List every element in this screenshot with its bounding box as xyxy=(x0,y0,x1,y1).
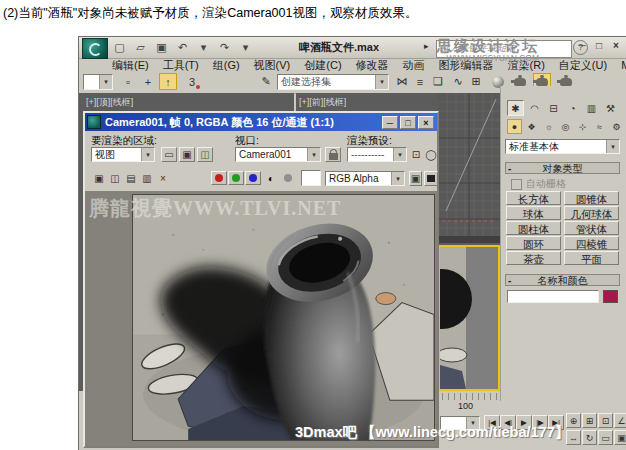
keyboard-override-icon[interactable]: ✎ xyxy=(257,73,275,90)
search-flyout-icon[interactable]: ▸ xyxy=(424,41,429,51)
alpha-channel-toggle[interactable] xyxy=(280,171,296,185)
layer-manager-icon[interactable]: ❏ xyxy=(429,73,447,90)
viewport-front[interactable]: [+][前][线框] xyxy=(296,93,438,111)
new-file-icon[interactable]: ▢ xyxy=(111,39,128,55)
tab-utilities-icon[interactable]: ⚒ xyxy=(602,100,619,116)
tab-modify-icon[interactable]: ◠ xyxy=(526,100,543,116)
teapot-button[interactable]: 茶壶 xyxy=(506,251,561,265)
blue-channel-toggle[interactable] xyxy=(245,171,261,185)
area-to-render-dropdown[interactable]: 视图 ▾ xyxy=(91,147,155,162)
render-preset-dropdown[interactable]: ---------- ▾ xyxy=(347,147,407,162)
schematic-view-icon[interactable]: ⊞ xyxy=(467,73,485,90)
color-toggle-icon[interactable] xyxy=(424,171,438,186)
close-button[interactable]: × xyxy=(418,116,434,129)
print-image-icon[interactable]: ▥ xyxy=(139,171,155,186)
clear-image-icon[interactable]: × xyxy=(155,171,171,186)
lock-viewport-icon[interactable] xyxy=(325,147,341,162)
maximize-button[interactable]: □ xyxy=(593,39,605,53)
clone-window-icon[interactable]: ▤ xyxy=(123,171,139,186)
maximize-viewport-icon[interactable]: ▣ xyxy=(614,430,626,445)
tab-create-icon[interactable]: ✱ xyxy=(507,100,524,116)
category-cameras-icon[interactable]: ◎ xyxy=(558,119,573,134)
category-shapes-icon[interactable]: ❖ xyxy=(524,119,539,134)
viewport-top[interactable]: [+][顶][线框] xyxy=(83,93,294,111)
zoom-extents-icon[interactable]: ⊡ xyxy=(598,413,613,428)
tab-hierarchy-icon[interactable]: ⊟ xyxy=(545,100,562,116)
tab-motion-icon[interactable]: ◔ xyxy=(564,100,581,116)
save-image-icon[interactable]: ▣ xyxy=(91,171,107,186)
open-file-icon[interactable]: ▱ xyxy=(132,39,149,55)
render-setup-icon[interactable]: ⊡ xyxy=(409,147,423,162)
menu-tools[interactable]: 工具(T) xyxy=(156,58,206,72)
category-geometry-icon[interactable]: ● xyxy=(507,119,522,134)
autogrid-checkbox[interactable] xyxy=(511,179,522,190)
viewport-column[interactable] xyxy=(438,93,500,391)
tube-button[interactable]: 管状体 xyxy=(564,221,619,235)
sphere-button[interactable]: 球体 xyxy=(506,206,561,220)
background-color-swatch[interactable] xyxy=(301,170,321,186)
viewport-top-label[interactable]: [+][顶][线框] xyxy=(86,96,133,109)
max-logo-icon[interactable] xyxy=(82,38,108,59)
menu-customize[interactable]: 自定义(U) xyxy=(552,58,614,72)
cone-button[interactable]: 圆锥体 xyxy=(564,191,619,205)
region-zoom-icon[interactable]: ▭ xyxy=(598,430,613,445)
viewport-dropdown[interactable]: Camera001 ▾ xyxy=(235,147,321,162)
pyramid-button[interactable]: 四棱锥 xyxy=(564,236,619,250)
geosphere-button[interactable]: 几何球体 xyxy=(564,206,619,220)
undo-caret-icon[interactable]: ▾ xyxy=(195,39,212,55)
minimize-button[interactable]: ─ xyxy=(576,39,588,53)
name-color-rollout[interactable]: - 名称和颜色 xyxy=(505,274,620,286)
save-file-icon[interactable]: ▣ xyxy=(153,39,170,55)
camera-viewport-active[interactable] xyxy=(438,245,500,391)
primitive-category-dropdown[interactable]: 标准基本体 ▾ xyxy=(505,139,620,154)
layer-icon[interactable]: ▣ xyxy=(409,171,422,186)
timeline-ruler[interactable] xyxy=(442,393,504,400)
close-button[interactable]: × xyxy=(610,39,622,53)
plane-button[interactable]: 平面 xyxy=(564,251,619,265)
mirror-icon[interactable]: ⋈ xyxy=(393,73,411,90)
undo-icon[interactable]: ↶ xyxy=(174,39,191,55)
align-icon[interactable]: ≡ xyxy=(411,73,429,90)
select-and-move-icon[interactable]: ↑ xyxy=(159,73,177,90)
menu-modifiers[interactable]: 修改器 xyxy=(349,58,396,72)
grid-viewport[interactable] xyxy=(438,93,500,243)
curve-editor-icon[interactable]: ∿ xyxy=(449,73,467,90)
category-lights-icon[interactable]: ☼ xyxy=(541,119,556,134)
category-helpers-icon[interactable]: ⊹ xyxy=(575,119,590,134)
torus-button[interactable]: 圆环 xyxy=(506,236,561,250)
copy-image-icon[interactable]: ◫ xyxy=(107,171,123,186)
zoom-all-icon[interactable]: ⊞ xyxy=(582,413,597,428)
minimize-button[interactable]: ─ xyxy=(382,116,398,129)
menu-edit[interactable]: 编辑(E) xyxy=(105,58,156,72)
edit-region-icon[interactable]: ▭ xyxy=(161,147,177,162)
object-color-swatch[interactable] xyxy=(603,290,618,303)
viewport-sync-icon[interactable]: ◫ xyxy=(197,147,213,162)
category-systems-icon[interactable]: ⚙ xyxy=(609,119,624,134)
render-window-titlebar[interactable]: Camera001, 帧 0, RGBA 颜色 16 位/通道 (1:1) ─ … xyxy=(85,113,437,131)
tab-display-icon[interactable]: ▥ xyxy=(583,100,600,116)
auto-region-icon[interactable]: ▣ xyxy=(179,147,195,162)
select-and-manipulate-icon[interactable]: + xyxy=(139,73,157,90)
monochrome-toggle[interactable]: ◐ xyxy=(263,171,279,185)
viewport-front-label[interactable]: [+][前][线框] xyxy=(299,96,346,109)
field-of-view-icon[interactable]: ∠ xyxy=(614,413,626,428)
object-type-rollout[interactable]: - 对象类型 xyxy=(505,162,620,174)
menu-group[interactable]: 组(G) xyxy=(206,58,247,72)
object-name-field[interactable] xyxy=(507,290,599,303)
green-channel-toggle[interactable] xyxy=(228,171,244,185)
menu-views[interactable]: 视图(V) xyxy=(247,58,298,72)
selection-filter-dropdown[interactable]: ▾ xyxy=(83,74,113,90)
menu-animation[interactable]: 动画 xyxy=(396,58,432,72)
render-icon[interactable]: ◯ xyxy=(424,147,438,162)
orbit-icon[interactable]: ↻ xyxy=(582,430,597,445)
red-channel-toggle[interactable] xyxy=(211,171,227,185)
menu-maxscript[interactable]: MAXScript(M) xyxy=(614,58,626,72)
box-button[interactable]: 长方体 xyxy=(506,191,561,205)
snap-toggle-3d-icon[interactable]: 3 xyxy=(183,73,201,90)
named-selection-sets-dropdown[interactable]: 创建选择集 ▾ xyxy=(277,74,389,90)
select-object-icon[interactable]: ▫ xyxy=(119,73,137,90)
menu-create[interactable]: 创建(C) xyxy=(297,58,348,72)
maximize-button[interactable]: □ xyxy=(400,116,416,129)
channel-display-dropdown[interactable]: RGB Alpha ▾ xyxy=(325,171,405,186)
cylinder-button[interactable]: 圆柱体 xyxy=(506,221,561,235)
